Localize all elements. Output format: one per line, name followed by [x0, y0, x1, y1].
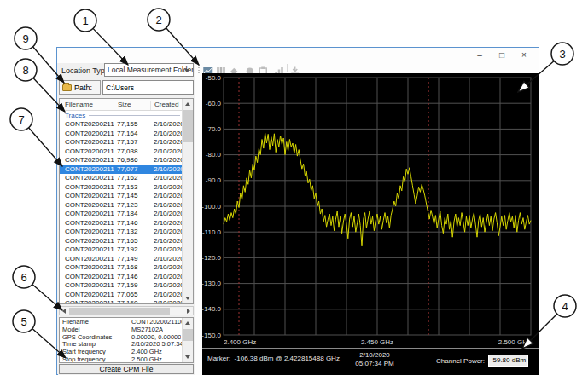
channel-power-label: Channel Power: [436, 357, 485, 365]
scroll-down-icon[interactable] [183, 353, 194, 362]
file-list-header: Filename Size Created [60, 99, 193, 111]
clipboard-icon[interactable] [258, 64, 268, 73]
callout-circle [554, 295, 576, 317]
file-row[interactable]: CONT20200211... 76,986 2/10/2020 5:07 PM [60, 156, 182, 165]
maximize-button[interactable]: □ [491, 48, 513, 63]
file-size: 77,184 [114, 210, 150, 219]
file-row[interactable]: CONT20200211... 77,038 2/10/2020 5:07 PM [60, 147, 182, 157]
window-controls: – □ × [469, 48, 535, 63]
plot-footer: Marker: -106.38 dBm @ 2.422815488 GHz 2/… [202, 348, 539, 375]
callout-number: 1 [82, 14, 88, 27]
toolbar-grip-icon[interactable] [197, 64, 201, 73]
file-row[interactable]: CONT20200211... 77,145 2/10/2020 5:07 PM [60, 192, 182, 201]
file-row[interactable]: CONT20200211... 77,153 2/10/2020 5:07 PM [60, 183, 182, 193]
svg-text:-120.0: -120.0 [202, 254, 222, 262]
file-size: 77,077 [114, 165, 150, 175]
file-created: 2/10/2020 5:07 PM [150, 147, 182, 157]
file-size: 77,153 [114, 183, 150, 193]
file-name: CONT20200211... [60, 237, 114, 246]
file-list-vertical-scrollbar[interactable] [182, 99, 193, 303]
column-header-size[interactable]: Size [114, 101, 150, 110]
file-list-body: Traces CONT20200211... 77,155 2/10/2020 … [60, 111, 182, 303]
file-size: 77,145 [114, 192, 150, 201]
details-vertical-scrollbar[interactable] [182, 318, 193, 362]
file-browser-panel: Location Type: Local Measurement Folder … [58, 63, 195, 375]
browse-path-button[interactable]: Path: [59, 80, 101, 95]
toolbar-separator [271, 64, 271, 72]
callout-7: 7 [10, 108, 62, 166]
callout-number: 5 [20, 315, 26, 328]
file-name: CONT20200211... [60, 273, 114, 282]
file-row[interactable]: CONT20200211... 77,192 2/10/2020 5:07 PM [60, 245, 182, 255]
file-row[interactable]: CONT20200211... 77,146 2/10/2020 5:07 PM [60, 219, 182, 228]
file-row[interactable]: CONT20200211... 77,149 2/10/2020 5:07 PM [60, 255, 182, 264]
file-row[interactable]: CONT20200211... 77,162 2/10/2020 5:07 PM [60, 174, 182, 183]
file-row[interactable]: CONT20200211... 77,146 2/10/2020 5:07 PM [60, 273, 182, 282]
toolbar-separator [287, 64, 288, 72]
file-created: 2/10/2020 5:07 PM [150, 201, 182, 211]
column-header-filename[interactable]: Filename [60, 101, 114, 110]
bar-chart-icon[interactable] [274, 64, 284, 73]
file-size: 77,155 [114, 120, 150, 130]
file-name: CONT20200211... [60, 291, 114, 300]
file-created: 2/10/2020 5:07 PM [150, 183, 182, 193]
file-row[interactable]: CONT20200211... 77,150 2/10/2020 5:07 PM [60, 299, 182, 303]
location-type-value: Local Measurement Folder [108, 66, 194, 74]
import-icon[interactable] [290, 64, 300, 73]
file-size: 77,159 [114, 281, 150, 291]
file-row[interactable]: CONT20200211... 77,184 2/10/2020 5:07 PM [60, 210, 182, 219]
file-row[interactable]: CONT20200211... 77,155 2/10/2020 5:07 PM [60, 120, 182, 130]
location-type-dropdown[interactable]: Local Measurement Folder [104, 63, 194, 77]
circle-icon[interactable] [245, 64, 255, 73]
scrollbar-thumb[interactable] [69, 308, 170, 315]
file-row[interactable]: CONT20200211... 77,065 2/10/2020 5:07 PM [60, 291, 182, 300]
chevron-down-icon [184, 69, 189, 72]
file-row[interactable]: CONT20200211... 77,123 2/10/2020 5:07 PM [60, 201, 182, 211]
callout-number: 4 [562, 300, 568, 313]
file-created: 2/10/2020 5:07 PM [150, 192, 182, 201]
svg-text:-130.0: -130.0 [202, 280, 222, 287]
svg-text:-60.0: -60.0 [206, 100, 222, 107]
file-size: 77,168 [114, 263, 150, 273]
trace-chart-icon[interactable] [203, 64, 213, 73]
file-row[interactable]: CONT20200211... 77,164 2/10/2020 5:07 PM [60, 130, 182, 139]
file-name: CONT20200211... [60, 138, 114, 147]
file-row[interactable]: CONT20200211... 77,168 2/10/2020 5:07 PM [60, 263, 182, 273]
scroll-up-icon[interactable] [183, 99, 194, 108]
path-label: Path: [74, 84, 92, 92]
callout-number: 3 [559, 48, 565, 61]
path-input[interactable] [102, 80, 194, 95]
file-row[interactable]: CONT20200211... 77,132 2/10/2020 5:07 PM [60, 228, 182, 237]
callout-circle [74, 9, 96, 32]
file-row[interactable]: CONT20200211... 77,159 2/10/2020 5:07 PM [60, 281, 182, 291]
scrollbar-thumb[interactable] [183, 329, 193, 341]
file-row[interactable]: CONT20200211... 77,157 2/10/2020 5:07 PM [60, 138, 182, 147]
callout-circle [13, 310, 35, 332]
file-name: CONT20200211... [60, 147, 114, 157]
scroll-right-icon[interactable] [187, 309, 190, 314]
file-details-panel: FilenameCONT20200211000733995ModelMS2710… [59, 317, 194, 363]
callout-circle [10, 108, 32, 130]
file-created: 2/10/2020 5:07 PM [150, 165, 182, 175]
marker-readout: Marker: -106.38 dBm @ 2.422815488 GHz [207, 355, 340, 362]
file-created: 2/10/2020 5:07 PM [150, 130, 182, 139]
diamond-icon[interactable] [229, 64, 239, 73]
file-row[interactable]: CONT20200211... 77,077 2/10/2020 5:07 PM [60, 165, 182, 175]
callout-number: 6 [20, 271, 26, 284]
scroll-up-icon[interactable] [183, 318, 194, 327]
callout-number: 7 [18, 113, 24, 126]
scroll-left-icon[interactable] [62, 309, 66, 314]
create-cpm-file-button[interactable]: Create CPM File [59, 364, 194, 374]
file-name: CONT20200211... [60, 183, 114, 193]
close-button[interactable]: × [513, 48, 535, 63]
scrollbar-thumb[interactable] [183, 110, 193, 142]
file-name: CONT20200211... [60, 120, 114, 130]
file-name: CONT20200211... [60, 245, 114, 255]
plot-toolbar [195, 63, 539, 73]
minimize-button[interactable]: – [469, 48, 491, 63]
file-created: 2/10/2020 5:07 PM [150, 210, 182, 219]
horizontal-scrollbar[interactable] [59, 306, 194, 315]
file-row[interactable]: CONT20200211... 77,165 2/10/2020 5:07 PM [60, 237, 182, 246]
columns-icon[interactable] [216, 64, 226, 73]
scroll-down-icon[interactable] [183, 294, 194, 303]
